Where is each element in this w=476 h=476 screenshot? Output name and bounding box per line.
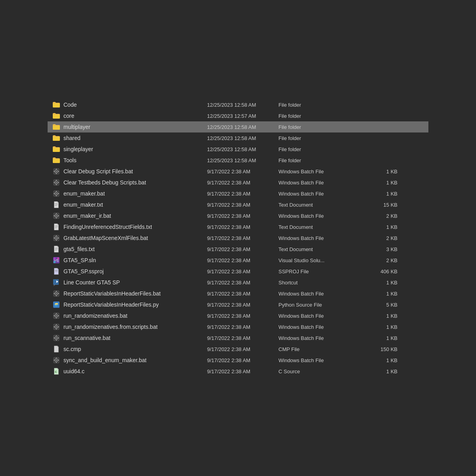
file-name-cell: sc.cmp — [52, 345, 207, 353]
svg-rect-27 — [56, 213, 56, 214]
file-row[interactable]: ReportStaticVariablesInHeaderFiles.bat 9… — [48, 288, 428, 299]
file-type: Text Document — [278, 224, 366, 230]
file-size: 1 KB — [366, 324, 397, 330]
svg-rect-37 — [56, 235, 56, 236]
file-type: SSPROJ File — [278, 269, 366, 274]
file-type: File folder — [278, 157, 366, 163]
svg-rect-82 — [56, 340, 56, 341]
file-type: File folder — [278, 102, 366, 108]
file-row[interactable]: multiplayer 12/25/2023 12:58 AM File fol… — [48, 121, 428, 132]
file-row[interactable]: Clear Testbeds Debug Scripts.bat 9/17/20… — [48, 177, 428, 188]
file-name-text: sync_and_build_enum_maker.bat — [63, 357, 146, 363]
file-size: 1 KB — [366, 357, 397, 363]
file-name-cell: core — [52, 112, 207, 120]
file-row[interactable]: singleplayer 12/25/2023 12:58 AM File fo… — [48, 144, 428, 155]
svg-rect-40 — [58, 238, 59, 238]
svg-rect-68 — [56, 317, 56, 319]
bat-icon — [52, 356, 60, 364]
file-name-cell: ReportStaticVariablesInHeaderFiles.bat — [52, 290, 207, 298]
svg-rect-4 — [56, 173, 56, 174]
file-name-cell: VS GTA5_SP.sln — [52, 256, 207, 264]
file-row[interactable]: VS GTA5_SP.sln 9/17/2022 2:38 AM Visual … — [48, 255, 428, 266]
file-name-cell: gta5_files.txt — [52, 245, 207, 253]
file-row[interactable]: Tools 12/25/2023 12:58 AM File folder — [48, 155, 428, 166]
file-name-text: enum_maker.bat — [63, 190, 105, 197]
file-name-cell: Tools — [52, 156, 207, 164]
file-size: 1 KB — [366, 335, 397, 341]
svg-point-87 — [56, 360, 57, 361]
file-type: Visual Studio Solu... — [278, 257, 366, 263]
file-size: 2 KB — [366, 235, 397, 241]
file-name-cell: enum_maker.bat — [52, 190, 207, 198]
file-row[interactable]: run_randomizenatives.bat 9/17/2022 2:38 … — [48, 310, 428, 321]
file-date: 9/17/2022 2:38 AM — [207, 302, 278, 308]
svg-rect-13 — [58, 182, 59, 182]
file-type: C Source — [278, 369, 366, 374]
file-date: 9/17/2022 2:38 AM — [207, 191, 278, 197]
svg-point-2 — [56, 171, 57, 172]
file-row[interactable]: enum_maker.txt 9/17/2022 2:38 AM Text Do… — [48, 199, 428, 210]
file-type: Windows Batch File — [278, 291, 366, 297]
file-type: Text Document — [278, 202, 366, 208]
file-date: 9/17/2022 2:38 AM — [207, 180, 278, 186]
file-row[interactable]: run_scannative.bat 9/17/2022 2:38 AM Win… — [48, 332, 428, 344]
file-date: 9/17/2022 2:38 AM — [207, 280, 278, 286]
file-date: 9/17/2022 2:38 AM — [207, 202, 278, 208]
file-name-cell: Clear Debug Script Files.bat — [52, 167, 207, 175]
svg-rect-91 — [58, 360, 59, 360]
file-row[interactable]: enum_maker_ir.bat 9/17/2022 2:38 AM Wind… — [48, 210, 428, 221]
svg-rect-81 — [56, 335, 56, 336]
file-type: Windows Batch File — [278, 357, 366, 363]
file-row[interactable]: run_randomizenatives.from.scripts.bat 9/… — [48, 321, 428, 332]
svg-rect-3 — [56, 169, 56, 170]
folder-icon — [52, 134, 60, 142]
file-size: 1 KB — [366, 369, 397, 374]
file-row[interactable]: Code 12/25/2023 12:58 AM File folder — [48, 99, 428, 110]
svg-rect-69 — [54, 315, 55, 316]
file-date: 12/25/2023 12:57 AM — [207, 113, 278, 119]
file-name-text: GTA5_SP.sln — [63, 257, 96, 263]
file-type: Windows Batch File — [278, 324, 366, 330]
file-name-text: ReportStaticVariablesInHeaderFiles.bat — [63, 290, 161, 297]
file-date: 9/17/2022 2:38 AM — [207, 346, 278, 352]
svg-rect-29 — [54, 215, 55, 216]
file-row[interactable]: gta5_files.txt 9/17/2022 2:38 AM Text Do… — [48, 244, 428, 255]
file-size: 2 KB — [366, 257, 397, 263]
svg-rect-74 — [56, 324, 56, 325]
file-row[interactable]: FindingUnreferencedStructFields.txt 9/17… — [48, 221, 428, 232]
folder-icon — [52, 101, 60, 109]
file-row[interactable]: core 12/25/2023 12:57 AM File folder — [48, 110, 428, 121]
file-name-text: Clear Debug Script Files.bat — [63, 168, 133, 175]
svg-text:C: C — [55, 370, 57, 374]
txt-icon — [52, 245, 60, 253]
file-date: 9/17/2022 2:38 AM — [207, 235, 278, 241]
svg-rect-48 — [54, 261, 56, 263]
file-row[interactable]: shared 12/25/2023 12:58 AM File folder — [48, 132, 428, 144]
ssproj-icon — [52, 267, 60, 275]
svg-point-66 — [56, 315, 57, 317]
file-row[interactable]: enum_maker.bat 9/17/2022 2:38 AM Windows… — [48, 188, 428, 199]
bat-icon — [52, 212, 60, 220]
svg-rect-60 — [58, 293, 59, 294]
file-size: 1 KB — [366, 291, 397, 297]
bat-icon — [52, 312, 60, 320]
file-row[interactable]: C uuid64.c 9/17/2022 2:38 AM C Source 1 … — [48, 366, 428, 377]
file-row[interactable]: Clear Debug Script Files.bat 9/17/2022 2… — [48, 166, 428, 177]
file-date: 9/17/2022 2:38 AM — [207, 224, 278, 230]
file-date: 9/17/2022 2:38 AM — [207, 324, 278, 330]
file-row[interactable]: GrabLatestMapSceneXmlFiles.bat 9/17/2022… — [48, 232, 428, 244]
svg-rect-77 — [58, 326, 59, 327]
file-row[interactable]: ReportStaticVariablesInHeaderFiles.py 9/… — [48, 299, 428, 310]
file-name-cell: sync_and_build_enum_maker.bat — [52, 356, 207, 364]
file-type: Windows Batch File — [278, 180, 366, 186]
file-row[interactable]: GTA5_SP.ssproj 9/17/2022 2:38 AM SSPROJ … — [48, 266, 428, 277]
file-date: 9/17/2022 2:38 AM — [207, 291, 278, 297]
c-icon: C — [52, 367, 60, 375]
file-row[interactable]: ↗ Line Counter GTA5 SP 9/17/2022 2:38 AM… — [48, 277, 428, 288]
file-row[interactable]: sc.cmp 9/17/2022 2:38 AM CMP File 150 KB — [48, 344, 428, 355]
svg-point-36 — [56, 238, 57, 239]
file-name-cell: multiplayer — [52, 123, 207, 131]
file-row[interactable]: sync_and_build_enum_maker.bat 9/17/2022 … — [48, 355, 428, 366]
file-name-text: core — [63, 113, 74, 119]
file-date: 12/25/2023 12:58 AM — [207, 102, 278, 108]
